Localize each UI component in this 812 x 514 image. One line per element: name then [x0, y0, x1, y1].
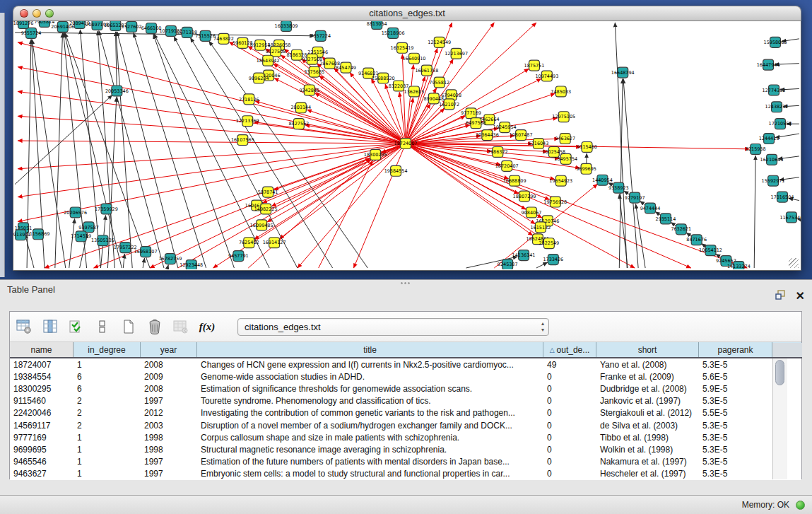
network-edge[interactable]: [536, 262, 548, 268]
trash-icon[interactable]: [146, 318, 163, 335]
network-node[interactable]: 12774392: [763, 85, 786, 95]
network-node[interactable]: 9355724: [21, 28, 42, 38]
network-node[interactable]: 15218906: [382, 28, 405, 38]
network-node[interactable]: 15958068: [764, 37, 787, 47]
import-checks-icon[interactable]: [68, 318, 85, 335]
memory-status-icon[interactable]: [796, 501, 805, 510]
network-edge[interactable]: [99, 31, 164, 268]
network-node[interactable]: 12923448: [180, 260, 203, 269]
network-edge[interactable]: [174, 37, 298, 268]
minimize-window-icon[interactable]: [33, 9, 41, 18]
network-node[interactable]: 8215938: [746, 144, 766, 155]
table-select-dropdown[interactable]: citations_edges.txt ▴▾: [237, 318, 549, 336]
network-edge[interactable]: [18, 91, 406, 144]
network-node[interactable]: 14136141: [512, 250, 536, 261]
network-node[interactable]: 10245954: [493, 122, 517, 133]
table-columns-icon[interactable]: [42, 318, 59, 335]
network-node[interactable]: 1875751: [524, 60, 545, 71]
network-edge[interactable]: [69, 218, 75, 268]
network-node[interactable]: 8471676: [686, 235, 707, 245]
network-node[interactable]: 16958107: [134, 247, 158, 257]
network-node[interactable]: 7557224: [310, 30, 331, 41]
network-node[interactable]: 7625402: [239, 238, 259, 248]
network-edge[interactable]: [406, 144, 747, 268]
network-node[interactable]: 9699695: [576, 163, 596, 174]
network-node[interactable]: 10688809: [503, 175, 526, 186]
network-node[interactable]: 2803144: [290, 103, 311, 113]
window-resize-grip[interactable]: [789, 258, 799, 268]
network-edge[interactable]: [255, 101, 406, 144]
network-node[interactable]: 12213697: [445, 48, 468, 59]
network-node[interactable]: 9474444: [640, 203, 661, 214]
network-edge[interactable]: [153, 34, 234, 268]
table-row[interactable]: 1938455462009Genome-wide association stu…: [10, 370, 801, 382]
table-row[interactable]: 1830029562008Estimation of significance …: [10, 382, 801, 395]
table-row[interactable]: 946362711997Embryonic stem cells: a mode…: [10, 468, 801, 480]
network-edge[interactable]: [55, 33, 63, 268]
network-node[interactable]: 9463627: [555, 134, 575, 144]
network-node[interactable]: 10807487: [510, 130, 533, 141]
column-header-out_de[interactable]: △out_de...: [543, 342, 596, 357]
network-node[interactable]: 11675346: [779, 212, 801, 223]
node-layer[interactable]: 1872400793557242069140620894192049719810…: [13, 21, 801, 269]
network-node[interactable]: 20053346: [105, 86, 129, 96]
network-edge[interactable]: [178, 158, 370, 268]
network-node[interactable]: 15592971: [762, 175, 785, 186]
network-edge[interactable]: [25, 234, 34, 268]
network-edge[interactable]: [116, 32, 132, 268]
splitter-handle[interactable]: [400, 281, 411, 285]
network-node[interactable]: 16325419: [391, 42, 414, 53]
table-row[interactable]: 969969511998Structural magnetic resonanc…: [10, 443, 801, 455]
network-node[interactable]: 3375685: [304, 66, 324, 77]
network-node[interactable]: 17210553: [769, 119, 792, 129]
table-row[interactable]: 2242004622012Investigating the contribut…: [10, 407, 801, 419]
table-scrollbar[interactable]: [772, 358, 787, 479]
network-node[interactable]: 13505135: [91, 235, 114, 246]
network-window[interactable]: citations_edges.txt 18724007935572420691…: [13, 6, 801, 271]
network-node[interactable]: 16447944: [757, 59, 780, 70]
network-edge[interactable]: [134, 33, 206, 269]
network-node[interactable]: 16210643: [760, 154, 784, 165]
network-node[interactable]: 16099485: [250, 220, 273, 230]
network-edge[interactable]: [18, 116, 406, 144]
network-edge[interactable]: [18, 141, 406, 144]
network-node[interactable]: 8813054: [367, 21, 387, 29]
network-edge[interactable]: [143, 258, 144, 268]
network-node[interactable]: 12975105: [552, 112, 575, 122]
network-node[interactable]: 7632621: [671, 224, 691, 235]
network-node[interactable]: 16640910: [403, 53, 426, 64]
network-node[interactable]: 19384554: [384, 165, 408, 176]
network-node[interactable]: 16914127: [263, 238, 286, 248]
network-edge[interactable]: [213, 144, 406, 268]
network-edge[interactable]: [754, 156, 755, 268]
close-panel-icon[interactable]: ✕: [796, 291, 805, 301]
table-row[interactable]: 1456911722003Disruption of a novel membe…: [10, 419, 801, 431]
network-node[interactable]: 20206576: [64, 207, 87, 218]
network-node[interactable]: 9777169: [461, 108, 481, 119]
network-edge[interactable]: [18, 67, 406, 144]
network-node[interactable]: 19654923: [549, 175, 572, 186]
network-node[interactable]: 9115460: [577, 142, 597, 153]
network-node[interactable]: 7485033: [551, 86, 571, 97]
network-edge[interactable]: [167, 265, 168, 268]
new-document-icon[interactable]: [120, 318, 137, 335]
network-node[interactable]: 17016504: [771, 192, 794, 202]
column-header-short[interactable]: short: [596, 342, 699, 357]
network-node[interactable]: 7515526: [195, 30, 216, 41]
network-edge[interactable]: [154, 34, 269, 268]
network-node[interactable]: 1244413: [759, 134, 779, 144]
network-edge[interactable]: [279, 144, 406, 239]
table-row[interactable]: 946554611997Estimation of the future num…: [10, 456, 801, 468]
table-row[interactable]: 1872400712008Changes of HCN gene express…: [10, 358, 801, 370]
network-node[interactable]: 12438217: [765, 102, 789, 112]
network-node[interactable]: 16033809: [275, 21, 298, 31]
column-header-pagerank[interactable]: pagerank: [699, 342, 772, 357]
network-node[interactable]: 16107565: [231, 135, 254, 146]
network-node[interactable]: 6466160: [141, 23, 162, 33]
close-window-icon[interactable]: [20, 9, 28, 18]
network-node[interactable]: 7955812: [429, 77, 449, 88]
column-header-name[interactable]: name: [10, 342, 73, 357]
network-node[interactable]: 10654112: [699, 245, 722, 256]
row-pair-icon[interactable]: [94, 318, 111, 335]
column-header-year[interactable]: year: [141, 342, 197, 357]
